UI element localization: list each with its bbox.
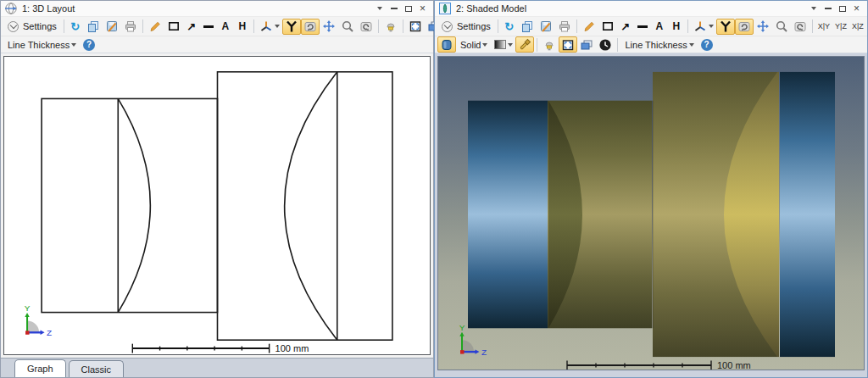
save-button[interactable] (103, 19, 121, 35)
rotate-3d-icon (719, 19, 732, 33)
copy-button[interactable] (518, 19, 537, 35)
window-title: 1: 3D Layout (22, 3, 75, 14)
line-thickness-label: Line Thickness (625, 40, 687, 50)
minimize-button[interactable] (821, 2, 835, 16)
plane-yz-button[interactable]: Y|Z (832, 19, 849, 35)
rectangle-tool-button[interactable] (598, 19, 617, 35)
copy-icon (86, 19, 100, 33)
pan-icon (322, 19, 336, 33)
orientation-axis-button[interactable] (691, 19, 716, 35)
settings-button[interactable]: Settings (3, 19, 61, 35)
fit-window-button[interactable] (406, 19, 425, 35)
pan-button[interactable] (320, 19, 338, 35)
maximize-button[interactable] (401, 2, 415, 16)
print-button[interactable] (121, 19, 140, 35)
chevron-down-icon (508, 43, 513, 47)
clock-icon (598, 38, 612, 52)
axis-triad: Y Z (25, 303, 53, 337)
text-height-tool-button[interactable]: H (234, 19, 251, 35)
solid-dropdown-button[interactable]: Solid (456, 36, 492, 53)
settings-button[interactable]: Settings (437, 19, 495, 35)
arrow-tool-button[interactable]: ↗ (183, 19, 200, 35)
copy-button[interactable] (84, 19, 103, 35)
magnifier-icon (341, 19, 354, 33)
chevron-down-icon (689, 43, 694, 47)
reset-view-button[interactable] (357, 19, 376, 35)
line-thickness-button[interactable]: Line Thickness (620, 36, 698, 53)
plane-xy-button[interactable]: X|Y (815, 19, 832, 35)
separator (403, 19, 403, 33)
layout-canvas[interactable]: 100 mm Y Z (3, 56, 431, 355)
cascade-windows-button[interactable] (577, 36, 596, 53)
maximize-icon (839, 6, 846, 12)
rectangle-icon (167, 19, 181, 33)
solid-label: Solid (460, 40, 481, 50)
text-tool-button[interactable]: A (651, 19, 668, 35)
rotate-3d-button[interactable] (716, 19, 735, 35)
separator (142, 19, 143, 33)
zoom-button[interactable] (338, 19, 357, 35)
separator (253, 19, 254, 33)
arrow-tool-button[interactable]: ↗ (617, 19, 634, 35)
window-3d-layout: 1: 3D Layout × Settings ↻ ↗ A (0, 0, 434, 378)
tab-classic[interactable]: Classic (69, 360, 124, 377)
help-button[interactable]: ? (698, 36, 715, 53)
lens2-blue-cylinder (780, 72, 835, 357)
arrow-icon: ↗ (186, 21, 196, 32)
window-menu-button[interactable] (372, 2, 387, 16)
line-tool-button[interactable] (634, 19, 651, 35)
save-button[interactable] (537, 19, 555, 35)
fit-window-button[interactable] (559, 36, 577, 53)
orientation-axis-button[interactable] (257, 19, 282, 35)
tab-graph[interactable]: Graph (14, 359, 66, 377)
shaded-model-window-icon (438, 2, 452, 15)
pencil-tool-button[interactable] (146, 19, 164, 35)
refresh-button[interactable]: ↻ (67, 19, 84, 35)
window-menu-button[interactable] (806, 2, 821, 16)
refresh-button[interactable]: ↻ (501, 19, 518, 35)
solid-mode-button[interactable] (437, 36, 456, 53)
plane-xz-button[interactable]: X|Z (849, 19, 866, 35)
maximize-button[interactable] (835, 2, 849, 16)
gradient-background-button[interactable] (492, 36, 515, 53)
text-height-tool-button[interactable]: H (668, 19, 685, 35)
rotate-view-button[interactable] (735, 19, 754, 35)
settings-label: Settings (23, 21, 57, 31)
scale-bar (132, 344, 269, 353)
clock-button[interactable] (596, 36, 615, 53)
window-shaded-model: 2: Shaded Model × Settings ↻ ↗ A (434, 0, 868, 378)
rotate-3d-button[interactable] (282, 19, 301, 35)
separator (498, 19, 498, 33)
zoom-button[interactable] (772, 19, 791, 35)
rotate-view-icon (303, 19, 317, 33)
line-tool-button[interactable] (200, 19, 217, 35)
text-tool-button[interactable]: A (217, 19, 234, 35)
refresh-icon: ↻ (70, 21, 80, 32)
save-icon (105, 19, 119, 33)
text-h-icon: H (238, 21, 246, 31)
minimize-button[interactable] (387, 2, 401, 16)
arrow-icon: ↗ (620, 21, 630, 32)
print-button[interactable] (555, 19, 574, 35)
pan-button[interactable] (754, 19, 772, 35)
text-a-icon: A (221, 21, 229, 31)
flashlight-button[interactable] (515, 36, 534, 53)
rectangle-tool-button[interactable] (164, 19, 183, 35)
pencil-tool-button[interactable] (580, 19, 598, 35)
rotate-view-button[interactable] (301, 19, 320, 35)
scale-bar (567, 361, 711, 370)
lamp-button[interactable] (381, 19, 400, 35)
help-button[interactable]: ? (81, 36, 97, 53)
close-button[interactable]: × (849, 2, 864, 16)
line-thickness-button[interactable]: Line Thickness (3, 36, 81, 53)
toolbar-main-left: Settings ↻ ↗ A H (1, 17, 433, 36)
shaded-model-viewport[interactable]: 100 mm Y Z (437, 56, 865, 370)
maximize-icon (405, 6, 412, 12)
close-button[interactable]: × (415, 2, 430, 16)
reset-view-button[interactable] (791, 19, 810, 35)
minimize-icon (825, 8, 832, 9)
lamp-button[interactable] (540, 36, 559, 53)
separator (812, 19, 813, 33)
chevron-down-icon (71, 43, 76, 47)
orientation-axis-icon (259, 19, 273, 33)
